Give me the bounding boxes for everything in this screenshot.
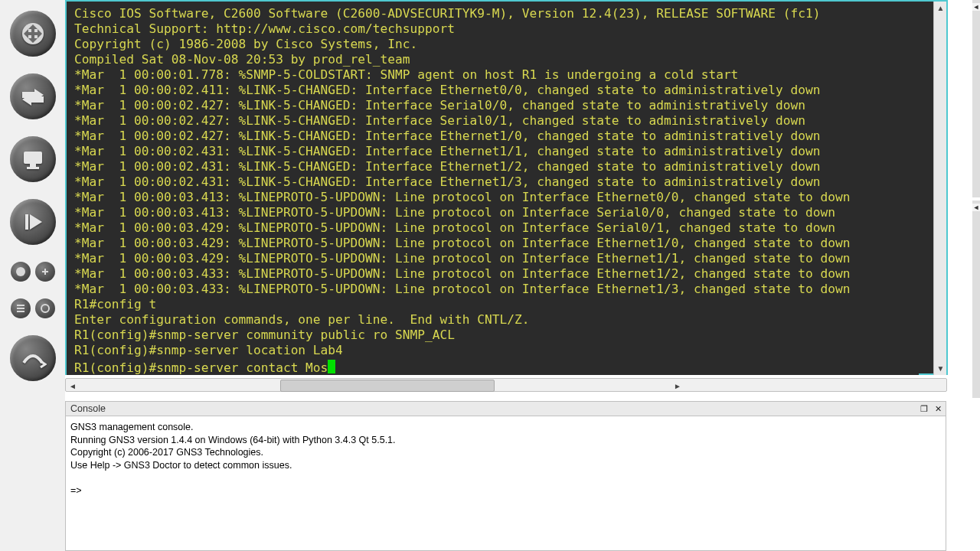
scroll-up-icon[interactable]: ▲ bbox=[934, 2, 947, 15]
terminal-line: Copyright (c) 1986-2008 by Cisco Systems… bbox=[74, 37, 917, 52]
terminal-horizontal-scrollbar[interactable]: ◄ ► bbox=[65, 378, 947, 392]
all-devices-icon[interactable] bbox=[11, 262, 55, 282]
terminal-input-line[interactable]: R1(config)#snmp-server contact Mos bbox=[74, 358, 917, 375]
console-line: => bbox=[70, 484, 941, 497]
terminal-line: R1(config)#snmp-server community public … bbox=[74, 328, 917, 343]
console-panel-header: Console ❐ ✕ bbox=[65, 401, 946, 416]
terminal-line: *Mar 1 00:00:02.427: %LINK-5-CHANGED: In… bbox=[74, 129, 917, 144]
svg-rect-1 bbox=[24, 152, 42, 164]
dock-expand-icon[interactable]: ◄ bbox=[972, 3, 980, 11]
scroll-right-icon[interactable]: ► bbox=[671, 379, 684, 393]
terminal-line: *Mar 1 00:00:02.431: %LINK-5-CHANGED: In… bbox=[74, 144, 917, 159]
terminal-output[interactable]: Cisco IOS Software, C2600 Software (C260… bbox=[67, 2, 919, 375]
dock-tab-bottom[interactable] bbox=[972, 201, 980, 398]
terminal-line: *Mar 1 00:00:01.778: %SNMP-5-COLDSTART: … bbox=[74, 67, 917, 83]
console-line: Use Help -> GNS3 Doctor to detect common… bbox=[70, 459, 941, 472]
terminal-line: *Mar 1 00:00:02.431: %LINK-5-CHANGED: In… bbox=[74, 174, 917, 190]
terminal-line: *Mar 1 00:00:02.427: %LINK-5-CHANGED: In… bbox=[74, 113, 917, 129]
console-line: GNS3 management console. bbox=[70, 421, 941, 434]
dock-expand-icon-2[interactable]: ◄ bbox=[972, 204, 980, 211]
undock-icon[interactable]: ❐ bbox=[918, 403, 930, 415]
scroll-down-icon[interactable]: ▼ bbox=[934, 362, 947, 375]
terminal-vertical-scrollbar[interactable]: ▲ ▼ bbox=[933, 2, 946, 375]
console-line: Copyright (c) 2006-2017 GNS3 Technologie… bbox=[70, 446, 941, 459]
security-icon[interactable] bbox=[10, 199, 56, 245]
device-toolbar bbox=[0, 0, 65, 551]
terminal-line: *Mar 1 00:00:02.427: %LINK-5-CHANGED: In… bbox=[74, 98, 917, 113]
console-title: Console bbox=[70, 403, 106, 414]
console-output[interactable]: GNS3 management console.Running GNS3 ver… bbox=[65, 416, 946, 551]
terminal-line: *Mar 1 00:00:03.429: %LINEPROTO-5-UPDOWN… bbox=[74, 220, 917, 236]
terminal-line: *Mar 1 00:00:02.431: %LINK-5-CHANGED: In… bbox=[74, 159, 917, 174]
svg-rect-2 bbox=[30, 164, 36, 167]
terminal-line: *Mar 1 00:00:03.429: %LINEPROTO-5-UPDOWN… bbox=[74, 236, 917, 251]
terminal-line: R1#config t bbox=[74, 297, 917, 312]
terminal-line: *Mar 1 00:00:03.433: %LINEPROTO-5-UPDOWN… bbox=[74, 282, 917, 297]
right-dock: ◄ ◄ bbox=[951, 0, 980, 398]
terminal-line: *Mar 1 00:00:03.413: %LINEPROTO-5-UPDOWN… bbox=[74, 205, 917, 220]
scrollbar-thumb[interactable] bbox=[280, 380, 495, 392]
console-terminal-window: Cisco IOS Software, C2600 Software (C260… bbox=[65, 0, 948, 375]
console-line bbox=[70, 471, 941, 484]
terminal-line: Cisco IOS Software, C2600 Software (C260… bbox=[74, 6, 917, 21]
terminal-line: R1(config)#snmp-server location Lab4 bbox=[74, 343, 917, 358]
console-line: Running GNS3 version 1.4.4 on Windows (6… bbox=[70, 434, 941, 447]
terminal-line: *Mar 1 00:00:02.411: %LINK-5-CHANGED: In… bbox=[74, 83, 917, 98]
svg-rect-3 bbox=[27, 167, 39, 169]
host-icon[interactable] bbox=[10, 136, 56, 182]
svg-point-5 bbox=[16, 267, 25, 276]
dock-tab-top[interactable] bbox=[972, 0, 980, 197]
terminal-line: *Mar 1 00:00:03.413: %LINEPROTO-5-UPDOWN… bbox=[74, 190, 917, 205]
terminal-line: Enter configuration commands, one per li… bbox=[74, 312, 917, 328]
terminal-cursor bbox=[328, 360, 335, 373]
close-icon[interactable]: ✕ bbox=[932, 403, 944, 415]
terminal-line: Technical Support: http://www.cisco.com/… bbox=[74, 21, 917, 37]
svg-rect-4 bbox=[25, 214, 28, 230]
router-icon[interactable] bbox=[10, 11, 56, 57]
switch-icon[interactable] bbox=[10, 73, 56, 119]
terminal-line: Compiled Sat 08-Nov-08 20:53 by prod_rel… bbox=[74, 52, 917, 67]
terminal-line: *Mar 1 00:00:03.429: %LINEPROTO-5-UPDOWN… bbox=[74, 251, 917, 266]
scroll-left-icon[interactable]: ◄ bbox=[66, 379, 80, 393]
link-tools-icon[interactable] bbox=[11, 298, 55, 318]
svg-point-6 bbox=[41, 305, 49, 312]
cable-icon[interactable] bbox=[10, 335, 56, 381]
terminal-line: *Mar 1 00:00:03.433: %LINEPROTO-5-UPDOWN… bbox=[74, 266, 917, 282]
